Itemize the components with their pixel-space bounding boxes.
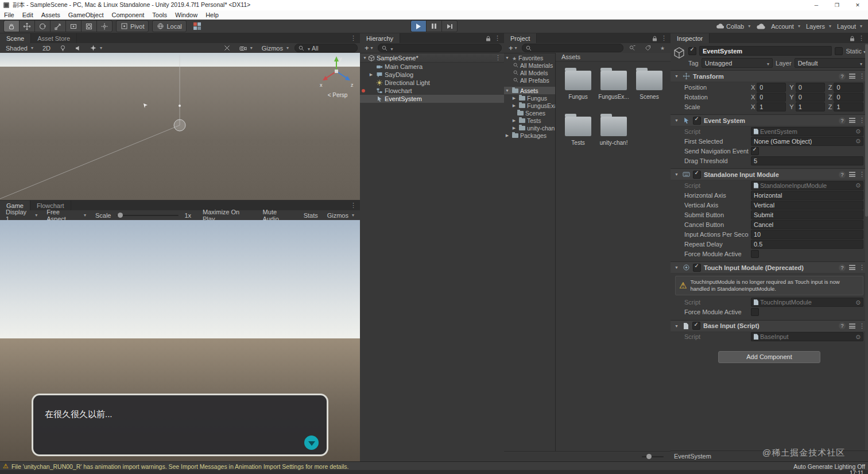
tree-fungusexamples[interactable]: FungusExamples (504, 102, 555, 109)
preset-icon[interactable] (849, 118, 855, 123)
orientation-gizmo[interactable]: x y z (318, 54, 355, 91)
foldout-arrow-icon[interactable] (673, 324, 680, 328)
kebab-menu-icon[interactable] (350, 202, 356, 209)
hierarchy-item-directional-light[interactable]: Directional Light (360, 79, 504, 87)
component-enabled-checkbox[interactable] (693, 117, 701, 125)
auto-generate-lighting-button[interactable]: Auto Generate Lighting Off (793, 463, 865, 470)
grid-snap-icon[interactable] (193, 22, 201, 30)
foldout-arrow-icon[interactable] (673, 265, 680, 269)
tree-scenes[interactable]: Scenes (504, 109, 555, 117)
horizontal-axis-field[interactable]: Horizontal (751, 191, 863, 200)
component-enabled-checkbox[interactable] (693, 171, 701, 179)
tab-asset-store[interactable]: Asset Store (31, 33, 77, 43)
touch-input-module-header[interactable]: Touch Input Module (Deprecated) (671, 261, 868, 273)
menu-file[interactable]: File (0, 11, 18, 18)
gizmos-dropdown[interactable]: Gizmos (258, 44, 292, 53)
foldout-arrow-icon[interactable] (673, 172, 680, 176)
kebab-menu-icon[interactable] (859, 322, 865, 330)
2d-toggle[interactable]: 2D (39, 44, 54, 53)
position-y-field[interactable]: 0 (796, 83, 825, 92)
menu-tools[interactable]: Tools (148, 11, 171, 18)
script-field[interactable]: StandaloneInputModule (751, 181, 863, 190)
help-icon[interactable] (839, 322, 846, 329)
position-x-field[interactable]: 0 (757, 83, 786, 92)
hierarchy-search-input[interactable] (378, 44, 502, 52)
position-z-field[interactable]: 0 (834, 83, 863, 92)
maximize-button[interactable] (827, 0, 847, 10)
tree-favorites[interactable]: Favorites (504, 54, 555, 61)
kebab-menu-icon[interactable] (859, 72, 865, 80)
name-field[interactable]: EventSystem (699, 46, 832, 56)
hierarchy-item-saydialog[interactable]: SayDialog (360, 71, 504, 79)
close-button[interactable] (847, 0, 868, 10)
foldout-arrow-icon[interactable] (368, 72, 374, 77)
tree-all-materials[interactable]: All Materials (504, 61, 555, 69)
aspect-dropdown[interactable]: Free Aspect (43, 211, 90, 220)
create-menu-button[interactable] (362, 44, 375, 52)
tree-tests[interactable]: Tests (504, 117, 555, 124)
layer-dropdown[interactable]: Default (795, 58, 866, 68)
scene-viewport[interactable]: x y z < Persp (0, 53, 360, 200)
rotation-x-field[interactable]: 0 (757, 93, 786, 102)
script-field[interactable]: TouchInputModule (751, 298, 863, 307)
tab-project[interactable]: Project (504, 33, 537, 43)
tab-hierarchy[interactable]: Hierarchy (360, 33, 400, 43)
cloud-button[interactable] (756, 23, 765, 30)
help-icon[interactable] (839, 73, 846, 80)
project-folder-tests[interactable]: Tests (560, 112, 596, 156)
project-folder-scenes[interactable]: Scenes (631, 66, 667, 110)
add-component-button[interactable]: Add Component (718, 351, 820, 363)
stats-toggle[interactable]: Stats (300, 211, 321, 220)
preset-icon[interactable] (849, 265, 855, 270)
scene-search-input[interactable]: All (294, 44, 358, 52)
mute-audio-toggle[interactable]: Mute Audio (259, 211, 298, 220)
object-picker-icon[interactable] (856, 334, 861, 340)
kebab-menu-icon[interactable] (495, 54, 501, 61)
hand-tool-button[interactable] (3, 20, 19, 32)
shading-mode-dropdown[interactable]: Shaded (2, 44, 37, 53)
static-dropdown[interactable]: Static (846, 48, 866, 55)
repeat-delay-field[interactable]: 0.5 (751, 240, 863, 249)
search-by-label-button[interactable] (641, 44, 654, 53)
base-input-header[interactable]: Base Input (Script) (671, 320, 868, 332)
menu-edit[interactable]: Edit (18, 11, 37, 18)
object-picker-icon[interactable] (856, 299, 861, 306)
layout-dropdown[interactable]: Layout (837, 23, 862, 30)
menu-window[interactable]: Window (171, 11, 202, 18)
script-field[interactable]: BaseInput (751, 332, 863, 341)
preset-icon[interactable] (849, 74, 855, 79)
tree-all-models[interactable]: All Models (504, 69, 555, 76)
help-icon[interactable] (839, 264, 846, 271)
tree-packages[interactable]: Packages (504, 132, 555, 139)
create-menu-button[interactable] (506, 44, 520, 52)
account-dropdown[interactable]: Account (771, 23, 800, 30)
camera-settings-dropdown[interactable] (236, 44, 256, 53)
project-folder-fungusexamples[interactable]: FungusEx... (596, 66, 631, 110)
thumbnail-slider-knob[interactable] (646, 454, 652, 459)
event-system-header[interactable]: Event System (671, 114, 868, 126)
component-enabled-checkbox[interactable] (692, 322, 700, 330)
preset-icon[interactable] (849, 323, 855, 329)
input-actions-field[interactable]: 10 (751, 230, 863, 239)
foldout-arrow-icon[interactable] (362, 56, 368, 60)
kebab-menu-icon[interactable] (859, 264, 865, 271)
layers-dropdown[interactable]: Layers (806, 23, 831, 30)
submit-button-field[interactable]: Submit (751, 210, 863, 219)
move-tool-button[interactable] (19, 20, 34, 32)
foldout-arrow-icon[interactable] (504, 88, 510, 93)
display-dropdown[interactable]: Display 1 (2, 211, 41, 220)
pause-button[interactable] (426, 20, 441, 32)
project-folder-fungus[interactable]: Fungus (560, 66, 596, 110)
rotate-tool-button[interactable] (34, 20, 50, 32)
tab-inspector[interactable]: Inspector (671, 33, 710, 43)
pivot-toggle-button[interactable]: Pivot (116, 20, 149, 32)
project-folder-unity-chan[interactable]: unity-chan! (596, 112, 631, 156)
standalone-input-module-header[interactable]: Standalone Input Module (671, 168, 868, 180)
step-button[interactable] (441, 20, 458, 32)
tree-all-prefabs[interactable]: All Prefabs (504, 76, 555, 84)
scale-x-field[interactable]: 1 (757, 102, 786, 111)
foldout-arrow-icon[interactable] (673, 118, 680, 122)
menu-help[interactable]: Help (202, 11, 223, 18)
tab-scene[interactable]: Scene (0, 33, 31, 43)
scale-slider-knob[interactable] (118, 213, 123, 218)
